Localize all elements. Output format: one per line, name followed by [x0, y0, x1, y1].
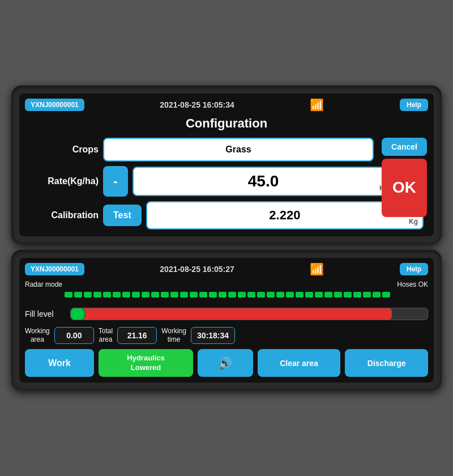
green-dot [363, 292, 371, 298]
green-dot [199, 292, 207, 298]
green-dot [209, 292, 217, 298]
wifi-icon: 📶 [310, 98, 324, 112]
work-button[interactable]: Work [25, 349, 94, 377]
calibration-row: Calibration Test 2.220 Kg [25, 201, 428, 230]
fill-level-label: Fill level [25, 309, 65, 318]
green-dot [142, 292, 149, 298]
top-device: YXNJ00000001 2021-08-25 16:05:34 📶 Help … [11, 86, 442, 244]
green-dot [324, 292, 332, 298]
rate-minus-button[interactable]: - [103, 166, 128, 197]
green-dot [267, 292, 275, 298]
config-area: Crops Grass Rate(Kg/ha) - 45.0 Kg + Cali… [25, 138, 428, 230]
bottom-device-id-button[interactable]: YXNJ00000001 [25, 263, 84, 275]
fill-level-row: Fill level [25, 308, 428, 320]
stats-row: Working area 0.00 Total area 21.16 Worki… [25, 327, 428, 345]
device-id-button[interactable]: YXNJ00000001 [25, 99, 84, 111]
bottom-device: YXNJ00000001 2021-08-25 16:05:27 📶 Help … [11, 250, 442, 391]
test-button[interactable]: Test [103, 205, 142, 226]
crops-value-button[interactable]: Grass [103, 138, 374, 162]
bottom-buttons: Work Hydraulics Lowered 🔊 Clear area Dis… [25, 349, 428, 377]
calibration-value: 2.220 [269, 208, 300, 222]
crops-row: Crops Grass [25, 138, 428, 162]
total-area-label: Total area [99, 327, 113, 345]
green-dot [238, 292, 246, 298]
green-dot [74, 292, 82, 298]
green-dot [228, 292, 236, 298]
green-dots-bar [25, 292, 428, 298]
cancel-button[interactable]: Cancel [382, 138, 427, 156]
rate-label: Rate(Kg/ha) [25, 176, 99, 186]
green-dot [190, 292, 198, 298]
green-dot [315, 292, 323, 298]
total-area-value: 21.16 [117, 327, 157, 344]
rate-value: 45.0 [248, 172, 279, 190]
radar-mode-status: Radar mode [25, 280, 62, 288]
rate-value-box: 45.0 Kg [133, 167, 394, 196]
calibration-unit: Kg [409, 218, 418, 226]
green-dot [122, 292, 130, 298]
sound-button[interactable]: 🔊 [198, 349, 253, 377]
green-dot [161, 292, 169, 298]
green-dot [170, 292, 178, 298]
green-dot [132, 292, 140, 298]
discharge-button[interactable]: Discharge [345, 349, 428, 377]
green-dot [382, 292, 390, 298]
hydraulics-button[interactable]: Hydraulics Lowered [99, 349, 193, 377]
green-dot [180, 292, 188, 298]
green-dot [276, 292, 284, 298]
fill-bar-indicator [70, 308, 86, 320]
datetime-display: 2021-08-25 16:05:34 [160, 100, 234, 109]
help-button[interactable]: Help [400, 99, 428, 111]
bottom-datetime-display: 2021-08-25 16:05:27 [160, 265, 234, 274]
green-dot [344, 292, 352, 298]
working-area-label: Working area [25, 327, 50, 345]
crops-label: Crops [25, 144, 99, 155]
green-dot [334, 292, 342, 298]
bottom-header: YXNJ00000001 2021-08-25 16:05:27 📶 Help [25, 262, 428, 276]
green-dot [353, 292, 361, 298]
green-dot [247, 292, 255, 298]
green-dot [373, 292, 381, 298]
green-dot [286, 292, 294, 298]
hoses-status: Hoses OK [397, 280, 428, 288]
green-dot [65, 292, 72, 298]
working-area-value: 0.00 [54, 327, 94, 344]
green-dot [296, 292, 304, 298]
bottom-help-button[interactable]: Help [400, 263, 428, 275]
green-dot [257, 292, 265, 298]
fill-bar-inner [71, 308, 392, 320]
clear-area-button[interactable]: Clear area [258, 349, 341, 377]
ok-button[interactable]: OK [382, 159, 427, 217]
screen-title: Configuration [25, 116, 428, 131]
status-bar: Radar mode Hoses OK [25, 280, 428, 288]
rate-row: Rate(Kg/ha) - 45.0 Kg + [25, 166, 428, 197]
bottom-screen: YXNJ00000001 2021-08-25 16:05:27 📶 Help … [19, 258, 434, 383]
working-time-label: Working time [161, 327, 186, 345]
green-dot [113, 292, 121, 298]
green-dot [151, 292, 159, 298]
green-dot [305, 292, 313, 298]
bottom-wifi-icon: 📶 [310, 262, 324, 276]
top-screen: YXNJ00000001 2021-08-25 16:05:34 📶 Help … [19, 94, 434, 236]
green-dot [219, 292, 226, 298]
working-time-value: 30:18:34 [191, 327, 235, 344]
green-dot [93, 292, 101, 298]
calibration-label: Calibration [25, 210, 99, 220]
green-dot [103, 292, 111, 298]
fill-bar-outer [70, 308, 428, 320]
top-header: YXNJ00000001 2021-08-25 16:05:34 📶 Help [25, 98, 428, 112]
green-dot [84, 292, 92, 298]
